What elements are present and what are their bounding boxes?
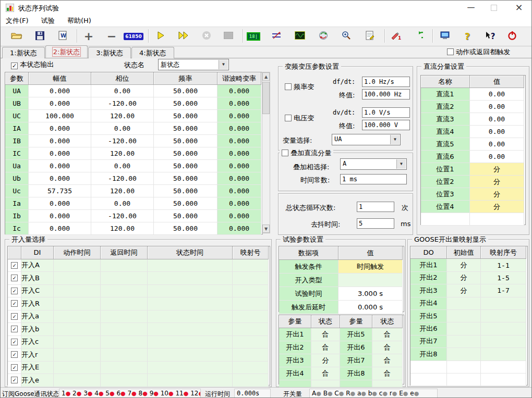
- harmonic-button[interactable]: [267, 29, 286, 44]
- dc-superpose-checkbox-box[interactable]: [282, 150, 288, 156]
- frequency-cell[interactable]: 50.000: [154, 172, 217, 185]
- dc-value-cell[interactable]: 分: [470, 163, 524, 176]
- phase-cell[interactable]: 120.00: [91, 110, 154, 122]
- di-checkbox-cell[interactable]: ✓: [8, 349, 21, 362]
- help-button[interactable]: ?: [457, 29, 477, 44]
- menu-test[interactable]: 试验: [36, 15, 60, 27]
- tp-value-cell[interactable]: 3.000 s: [338, 287, 403, 301]
- amplitude-cell[interactable]: 57.735: [29, 185, 91, 197]
- phase-cell[interactable]: 120.00: [91, 222, 154, 235]
- frequency-cell[interactable]: 50.000: [154, 160, 217, 172]
- phase-cell[interactable]: 0.00: [91, 197, 154, 210]
- dc-value-cell[interactable]: 0.00: [470, 151, 524, 163]
- power-button[interactable]: [502, 29, 522, 44]
- frequency-cell[interactable]: 50.000: [154, 97, 217, 110]
- amplitude-cell[interactable]: 0.000: [29, 85, 91, 97]
- chevron-down-icon[interactable]: ▼: [390, 135, 400, 144]
- stop-button[interactable]: [219, 29, 238, 44]
- frequency-cell[interactable]: 50.000: [154, 222, 217, 235]
- amplitude-cell[interactable]: 0.000: [29, 122, 91, 135]
- report-button[interactable]: [360, 29, 380, 44]
- phase-select[interactable]: A ▼: [340, 158, 407, 170]
- add-state-button[interactable]: +: [79, 29, 99, 44]
- amplitude-cell[interactable]: 0.000: [29, 222, 91, 235]
- freq-change-checkbox-box[interactable]: [285, 83, 292, 90]
- dc-value-cell[interactable]: 0.00: [470, 138, 524, 151]
- volt-final-input[interactable]: 100.000 V: [362, 120, 410, 130]
- volt-change-checkbox-box[interactable]: [285, 115, 292, 121]
- phase-cell[interactable]: -120.00: [91, 172, 154, 185]
- state-output-checkbox[interactable]: ✓ 本状态输出: [11, 60, 54, 69]
- menu-help[interactable]: 帮助(H): [62, 15, 96, 27]
- tp-value-cell[interactable]: 时间触发: [338, 260, 403, 273]
- di-checkbox-cell[interactable]: ✓: [8, 323, 21, 336]
- harmonic-cell[interactable]: 0.000: [217, 185, 261, 197]
- do-state-cell[interactable]: 合: [311, 341, 340, 354]
- menu-file[interactable]: 文件(F): [1, 15, 34, 27]
- do-state-cell[interactable]: 合: [311, 367, 340, 380]
- remove-state-button[interactable]: −: [102, 29, 122, 44]
- frequency-cell[interactable]: 50.000: [154, 185, 217, 197]
- do-state-cell[interactable]: 合: [372, 341, 403, 354]
- dc-value-cell[interactable]: 0.00: [470, 88, 524, 101]
- di-checkbox[interactable]: ✓: [11, 377, 18, 383]
- tab-state-3[interactable]: 3:新状态: [88, 47, 131, 58]
- dfdt-input[interactable]: 1.0 Hz/s: [362, 77, 410, 87]
- di-checkbox-cell[interactable]: ✓: [8, 362, 21, 375]
- state-output-checkbox-box[interactable]: ✓: [11, 63, 18, 69]
- loop-count-input[interactable]: 1: [357, 202, 394, 212]
- close-button[interactable]: ×: [507, 1, 530, 15]
- export-word-button[interactable]: W: [53, 29, 72, 44]
- amplitude-cell[interactable]: 0.000: [29, 160, 91, 172]
- harmonic-cell[interactable]: 0.000: [217, 110, 261, 122]
- di-checkbox[interactable]: ✓: [11, 262, 18, 269]
- chevron-down-icon[interactable]: ▼: [396, 159, 406, 169]
- time-constant-input[interactable]: 1 ms: [340, 174, 407, 184]
- sync-button[interactable]: [313, 29, 333, 44]
- amplitude-cell[interactable]: 100.000: [29, 110, 91, 122]
- frequency-cell[interactable]: 50.000: [154, 147, 217, 160]
- save-button[interactable]: [30, 29, 50, 44]
- scroll-down-icon[interactable]: ▼: [262, 225, 270, 233]
- frequency-cell[interactable]: 50.000: [154, 210, 217, 222]
- run-all-button[interactable]: [174, 29, 194, 44]
- harmonic-cell[interactable]: 0.000: [217, 210, 261, 222]
- di-checkbox[interactable]: ✓: [11, 313, 18, 320]
- device-button[interactable]: [435, 29, 455, 44]
- tp-value-cell[interactable]: 0.000 s: [338, 301, 403, 314]
- trigger-mode-checkbox-box[interactable]: [447, 48, 454, 55]
- do-state-cell[interactable]: 合: [372, 367, 403, 380]
- phase-cell[interactable]: 0.00: [91, 160, 154, 172]
- di-checkbox[interactable]: ✓: [11, 364, 18, 371]
- harmonic-cell[interactable]: 0.000: [217, 197, 261, 210]
- tab-state-1[interactable]: 1:新状态: [2, 47, 45, 58]
- iec61850-button[interactable]: 61850: [124, 29, 143, 44]
- amplitude-cell[interactable]: 0.000: [29, 210, 91, 222]
- tp-value-cell[interactable]: [338, 273, 403, 287]
- harmonic-cell[interactable]: 0.000: [217, 85, 261, 97]
- undo-button[interactable]: [408, 29, 428, 44]
- di-checkbox-cell[interactable]: ✓: [8, 310, 21, 324]
- maximize-button[interactable]: [482, 1, 505, 15]
- amplitude-cell[interactable]: 0.000: [29, 135, 91, 147]
- scroll-up-icon[interactable]: ▲: [262, 72, 270, 81]
- do-state-cell[interactable]: 合: [311, 328, 340, 341]
- parameter-table-scrollbar[interactable]: ▲ ▼: [262, 72, 270, 233]
- harmonic-cell[interactable]: 0.000: [217, 222, 261, 235]
- state-name-select[interactable]: 新状态 ▼: [158, 59, 229, 70]
- frequency-cell[interactable]: 50.000: [154, 122, 217, 135]
- abort-button[interactable]: [197, 29, 216, 44]
- phase-cell[interactable]: 120.00: [91, 185, 154, 197]
- phase-cell[interactable]: 120.00: [91, 147, 154, 160]
- harmonic-cell[interactable]: 0.000: [217, 135, 261, 147]
- do-state-cell[interactable]: 合: [372, 354, 403, 367]
- di-checkbox-cell[interactable]: ✓: [8, 336, 21, 349]
- open-button[interactable]: [7, 29, 27, 44]
- context-help-button[interactable]: ?: [480, 29, 500, 44]
- debounce-input[interactable]: 5: [357, 218, 394, 229]
- di-checkbox[interactable]: ✓: [11, 326, 18, 332]
- di-checkbox[interactable]: ✓: [11, 300, 18, 307]
- frequency-cell[interactable]: 50.000: [154, 110, 217, 122]
- display-181-button[interactable]: 18|: [244, 29, 263, 44]
- di-checkbox[interactable]: ✓: [11, 288, 18, 294]
